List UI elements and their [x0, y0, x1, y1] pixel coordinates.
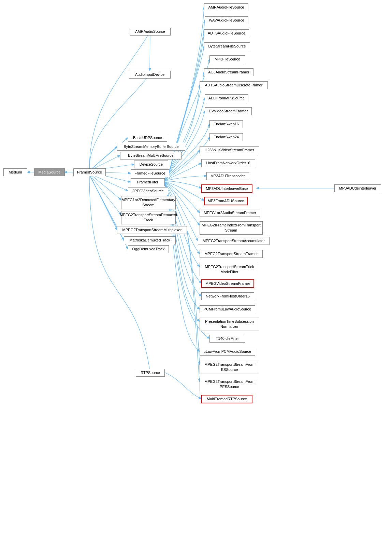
diagram-container: MediumMediaSourceFramedSourceAMRAudioSou…	[0, 0, 392, 542]
node-matroskademuxedtrack[interactable]: MatroskaDemuxedTrack	[124, 236, 176, 244]
node-wavaudiofilesource[interactable]: WAVAudioFileSource	[205, 16, 248, 24]
node-bytestreamfilesource[interactable]: ByteStreamFileSource	[204, 42, 250, 50]
node-rtpsource[interactable]: RTPSource	[136, 369, 165, 377]
node-h263plusvideostreamframer[interactable]: H263plusVideoStreamFramer	[200, 146, 259, 154]
node-adtsaudiostreamdiscreteframer[interactable]: ADTSAudioStreamDiscreteFramer	[200, 81, 268, 89]
node-mpeg1or2demuxedelementarystream[interactable]: MPEG1or2DemuxedElementaryStream	[121, 196, 176, 209]
node-endianswap16[interactable]: EndianSwap16	[209, 120, 243, 128]
node-mpeg2transportstreamaccumulator[interactable]: MPEG2TransportStreamAccumulator	[198, 237, 270, 245]
node-multiframedrtpsource[interactable]: MultiFramedRTPSource	[201, 395, 252, 403]
node-t140idlefilter[interactable]: T140IdleFilter	[209, 335, 245, 343]
node-presentationtimesubsessionnormalizer[interactable]: PresentationTimeSubsessionNormalizer	[200, 318, 259, 331]
node-mpeg1or2audiostreamframer[interactable]: MPEG1or2AudioStreamFramer	[200, 209, 260, 217]
node-mpeg2transportstreamfrompessource[interactable]: MPEG2TransportStreamFromPESSource	[200, 378, 259, 391]
node-bytestreammemorybuffersource[interactable]: ByteStreamMemoryBufferSource	[117, 143, 185, 151]
node-mpeg2transportstreamfromessource[interactable]: MPEG2TransportStreamFromESSource	[200, 361, 259, 374]
node-pcmfromulawaudiosource[interactable]: PCMFromuLawAudioSource	[200, 305, 255, 313]
node-endianswap24[interactable]: EndianSwap24	[209, 133, 243, 141]
node-oggdemuxedtrack[interactable]: OggDemuxedTrack	[128, 245, 169, 253]
node-adtsaudiofilesource[interactable]: ADTSAudioFileSource	[204, 29, 249, 37]
node-mp3adudeinterleaver[interactable]: MP3ADUdeinterleaver	[334, 184, 381, 192]
node-jpegvideosource[interactable]: JPEGVideoSource	[128, 187, 168, 195]
node-devicesource[interactable]: DeviceSource	[134, 161, 168, 168]
node-mpegvideostreamframer[interactable]: MPEGVideoStreamFramer	[201, 279, 254, 288]
node-mpeg2iframeindexfromtransportstream[interactable]: MPEG2IFrameIndexFromTransportStream	[200, 221, 263, 235]
node-mp3filesource[interactable]: MP3FileSource	[209, 55, 245, 63]
node-hostfromnetworkorder16[interactable]: HostFromNetworkOrder16	[201, 159, 255, 167]
node-mp3aduinterleaverbase[interactable]: MP3ADUInterleaverBase	[201, 184, 252, 193]
node-bytestreammultifilesource[interactable]: ByteStreamMultiFileSource	[120, 152, 182, 159]
node-networkfromhostorder16[interactable]: NetworkFromHostOrder16	[201, 292, 254, 300]
node-amraudiosource[interactable]: AMRAudioSource	[130, 28, 171, 36]
node-framedfilesource[interactable]: FramedFileSource	[131, 169, 169, 177]
node-mpeg2transportstreammultiplexor[interactable]: MPEG2TransportStreamMultiplexor	[117, 226, 187, 234]
node-audioinputdevice[interactable]: AudioInputDevice	[129, 71, 171, 79]
node-mpeg2transportstreamtrickmodefilter[interactable]: MPEG2TransportStreamTrickModeFilter	[200, 263, 259, 276]
node-ulawfrompcmaudiosource[interactable]: uLawFromPCMAudioSource	[200, 348, 255, 356]
node-ac3audiostreamframer[interactable]: AC3AudioStreamFramer	[204, 68, 253, 76]
node-mpeg2transportstreamframer[interactable]: MPEG2TransportStreamFramer	[200, 250, 263, 258]
node-amraudiofilesource[interactable]: AMRAudioFileSource	[204, 3, 248, 11]
node-dvvideostreamframer[interactable]: DVVideoStreamFramer	[205, 107, 252, 115]
node-basicudpsource[interactable]: BasicUDPSource	[128, 134, 167, 142]
node-mp3adutranscoder[interactable]: MP3ADUTranscoder	[206, 172, 249, 180]
node-adufrommp3source[interactable]: ADUFromMP3Source	[205, 94, 248, 102]
node-medium[interactable]: Medium	[3, 168, 27, 176]
node-framedfilter[interactable]: FramedFilter	[131, 178, 165, 186]
arrows-svg	[0, 0, 392, 542]
node-mediasource[interactable]: MediaSource	[34, 168, 65, 176]
node-mpeg2transportstreamdemuxedtrack[interactable]: MPEG2TransportStreamDemuxedTrack	[121, 211, 176, 224]
node-mp3fromadusource[interactable]: MP3FromADUSource	[204, 197, 248, 205]
node-framedsource[interactable]: FramedSource	[73, 168, 106, 176]
